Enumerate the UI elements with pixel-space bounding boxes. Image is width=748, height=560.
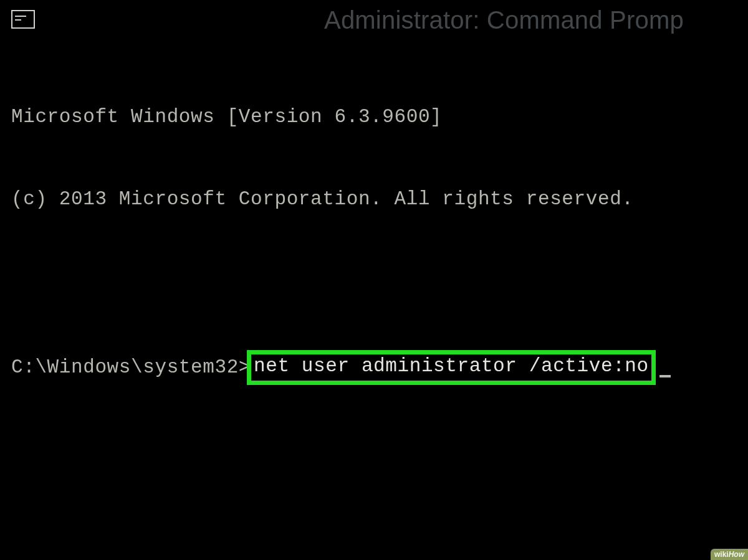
terminal-output[interactable]: Microsoft Windows [Version 6.3.9600] (c)… [0,35,748,440]
titlebar[interactable]: Administrator: Command Promp [0,0,748,35]
window-title: Administrator: Command Promp [324,6,748,34]
command-highlight: net user administrator /active:no [247,350,656,385]
command-prompt-window: Administrator: Command Promp Microsoft W… [0,0,748,560]
prompt-line[interactable]: C:\Windows\system32>net user administrat… [11,350,737,385]
copyright-line: (c) 2013 Microsoft Corporation. All righ… [11,186,737,213]
blank-line [11,268,737,295]
wikihow-watermark: wikiHow [711,549,748,560]
version-line: Microsoft Windows [Version 6.3.9600] [11,103,737,131]
cursor-caret [659,375,671,377]
prompt-path: C:\Windows\system32> [11,354,251,381]
watermark-prefix: wiki [714,550,729,559]
watermark-suffix: How [729,550,744,559]
cmd-icon [11,10,35,29]
typed-command: net user administrator /active:no [254,355,649,377]
